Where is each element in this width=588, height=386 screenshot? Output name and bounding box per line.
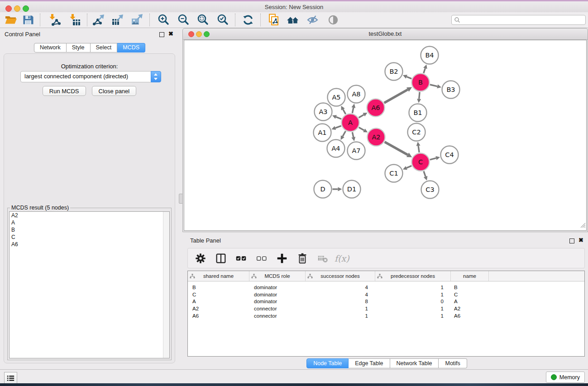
node-A4[interactable]: A4 <box>327 140 345 157</box>
maximize-window-icon[interactable] <box>23 5 29 12</box>
table-row-a[interactable]: Adominator80A <box>188 298 584 305</box>
criterion-select[interactable]: largest connected component (directed) <box>20 71 161 82</box>
result-item-b[interactable]: B <box>10 226 169 234</box>
tab-network-table[interactable]: Network Table <box>390 358 439 368</box>
edge-D-D1[interactable] <box>333 187 342 191</box>
float-panel-icon[interactable] <box>159 32 164 37</box>
tab-mcds[interactable]: MCDS <box>117 43 145 52</box>
node-A[interactable]: A <box>342 114 359 132</box>
node-D[interactable]: D <box>314 181 332 198</box>
edge-C-C4[interactable] <box>430 156 440 160</box>
column-header-successor-nodes[interactable]: successor nodes <box>306 271 375 281</box>
export-table-icon[interactable] <box>110 13 125 27</box>
close-panel-button[interactable]: Close panel <box>92 86 137 96</box>
edge-A-A6[interactable] <box>359 113 368 118</box>
node-C4[interactable]: C4 <box>441 146 459 164</box>
zoom-out-icon[interactable] <box>176 13 191 27</box>
node-A2[interactable]: A2 <box>368 129 385 146</box>
result-item-a6[interactable]: A6 <box>10 241 169 248</box>
node-B1[interactable]: B1 <box>409 104 427 122</box>
show-panel-eye-icon[interactable] <box>325 13 341 27</box>
node-A7[interactable]: A7 <box>348 142 365 160</box>
tab-network[interactable]: Network <box>34 43 67 52</box>
close-window-icon[interactable] <box>5 5 12 12</box>
result-item-a2[interactable]: A2 <box>10 212 169 219</box>
zoom-in-icon[interactable] <box>156 13 171 27</box>
edge-A-A5[interactable] <box>341 106 345 114</box>
node-C2[interactable]: C2 <box>408 124 425 141</box>
edge-A6-B[interactable] <box>384 87 412 103</box>
node-A6[interactable]: A6 <box>367 99 385 117</box>
network-close-icon[interactable] <box>188 31 194 37</box>
edge-A-A4[interactable] <box>341 131 346 140</box>
result-item-c[interactable]: C <box>10 234 169 241</box>
node-C[interactable]: C <box>412 153 430 171</box>
edge-A-A2[interactable] <box>359 128 368 133</box>
open-session-icon[interactable] <box>3 13 19 27</box>
node-D1[interactable]: D1 <box>343 181 361 198</box>
search-input[interactable] <box>460 16 585 24</box>
node-B[interactable]: B <box>412 74 430 91</box>
mcds-result-list[interactable]: A2ABCA6 <box>9 211 170 358</box>
network-minimize-icon[interactable] <box>196 31 202 37</box>
node-B3[interactable]: B3 <box>442 81 460 99</box>
delete-columns-trash-icon[interactable] <box>296 252 309 265</box>
edge-C-C2[interactable] <box>416 142 421 152</box>
close-table-panel-icon[interactable]: ✖ <box>578 237 583 243</box>
deselect-all-rows-icon[interactable] <box>255 252 268 265</box>
edge-B-B2[interactable] <box>403 75 411 79</box>
node-A3[interactable]: A3 <box>315 103 332 121</box>
node-A8[interactable]: A8 <box>348 86 365 103</box>
edge-B-B3[interactable] <box>430 85 441 89</box>
select-all-rows-icon[interactable] <box>234 252 248 265</box>
result-item-a[interactable]: A <box>10 219 169 226</box>
zoom-fit-icon[interactable] <box>195 13 210 27</box>
memory-button[interactable]: Memory <box>546 372 585 383</box>
create-new-column-icon[interactable] <box>275 252 289 265</box>
node-B2[interactable]: B2 <box>385 63 403 81</box>
network-maximize-icon[interactable] <box>204 31 210 37</box>
node-A5[interactable]: A5 <box>328 89 345 106</box>
resize-grip-icon[interactable] <box>579 222 586 230</box>
minimize-window-icon[interactable] <box>14 5 20 12</box>
edge-C-C3[interactable] <box>424 171 428 180</box>
hide-panels-eye-slash-icon[interactable] <box>305 13 320 27</box>
export-image-icon[interactable] <box>129 13 145 27</box>
export-network-icon[interactable] <box>91 13 106 27</box>
home-icon[interactable] <box>285 13 301 27</box>
search-field[interactable] <box>451 15 586 25</box>
table-row-b[interactable]: Bdominator41B <box>188 284 584 291</box>
table-row-a2[interactable]: A2connector11A2 <box>188 305 584 312</box>
node-A1[interactable]: A1 <box>314 124 331 142</box>
tab-edge-table[interactable]: Edge Table <box>349 358 390 368</box>
import-table-icon[interactable] <box>67 13 82 27</box>
show-column-icon[interactable] <box>214 252 228 265</box>
tab-style[interactable]: Style <box>67 43 91 52</box>
save-session-icon[interactable] <box>20 13 36 27</box>
column-header-mcds-role[interactable]: MCDS role <box>249 271 306 281</box>
edge-A2-C[interactable] <box>385 142 412 157</box>
edge-B-B4[interactable] <box>423 64 427 73</box>
edge-B-B1[interactable] <box>417 92 421 103</box>
export-to-ndex-icon[interactable] <box>266 13 282 27</box>
column-header-name[interactable]: name <box>451 271 489 281</box>
refresh-layout-icon[interactable] <box>240 13 256 27</box>
node-C3[interactable]: C3 <box>421 181 439 199</box>
run-mcds-button[interactable]: Run MCDS <box>43 86 86 96</box>
edge-A-A1[interactable] <box>331 126 341 130</box>
edge-A-A3[interactable] <box>332 115 341 119</box>
tab-select[interactable]: Select <box>91 43 118 52</box>
float-table-panel-icon[interactable] <box>569 238 574 243</box>
edge-A-A7[interactable] <box>351 132 355 141</box>
column-header-shared-name[interactable]: shared name <box>188 271 249 281</box>
table-options-gear-icon[interactable] <box>194 252 207 265</box>
node-C1[interactable]: C1 <box>385 165 403 182</box>
node-B4[interactable]: B4 <box>421 47 439 64</box>
result-scrollbar[interactable] <box>163 212 169 358</box>
edge-A-A8[interactable] <box>351 104 355 113</box>
edge-C-C1[interactable] <box>403 166 411 170</box>
table-row-c[interactable]: Cdominator41C <box>188 291 584 298</box>
column-header-predecessor-nodes[interactable]: predecessor nodes <box>375 271 451 281</box>
show-task-history-button[interactable] <box>4 372 17 384</box>
close-panel-icon[interactable]: ✖ <box>168 30 173 37</box>
